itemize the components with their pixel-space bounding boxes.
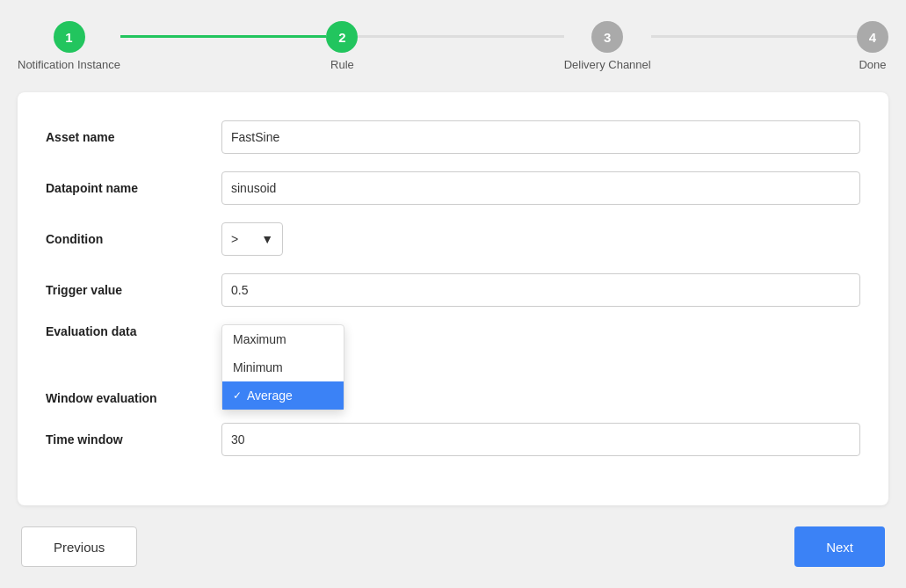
condition-row: Condition > ▼ [46, 222, 860, 256]
check-icon: ✓ [233, 389, 242, 402]
time-window-input[interactable] [221, 423, 860, 456]
asset-name-row: Asset name [46, 120, 860, 154]
evaluation-dropdown[interactable]: Maximum Minimum ✓ Average [221, 324, 344, 410]
datapoint-name-label: Datapoint name [46, 181, 221, 195]
step-3: 3 Delivery Channel [564, 21, 651, 71]
stepper: 1 Notification Instance 2 Rule 3 Deliver… [18, 21, 888, 71]
minimum-option: Minimum [233, 360, 283, 374]
previous-button[interactable]: Previous [21, 526, 137, 567]
condition-value: > [231, 232, 238, 246]
dropdown-item-minimum[interactable]: Minimum [222, 353, 344, 381]
average-option: Average [247, 388, 293, 403]
datapoint-name-input[interactable] [221, 171, 860, 205]
step-4-number: 4 [869, 30, 876, 45]
trigger-value-row: Trigger value [46, 273, 860, 307]
time-window-row: Time window [46, 423, 860, 456]
asset-name-label: Asset name [46, 130, 221, 144]
next-button[interactable]: Next [794, 526, 885, 567]
condition-label: Condition [46, 232, 221, 246]
step-3-number: 3 [604, 30, 611, 45]
dropdown-item-average[interactable]: ✓ Average [222, 381, 344, 410]
step-line-1 [120, 35, 326, 38]
step-4-circle: 4 [857, 21, 888, 53]
time-window-label: Time window [46, 432, 221, 446]
step-4: 4 Done [857, 21, 888, 71]
step-2: 2 Rule [326, 21, 358, 71]
step-3-circle: 3 [591, 21, 623, 53]
step-line-2 [358, 35, 563, 38]
form-card: Asset name Datapoint name Condition > ▼ … [18, 92, 888, 505]
trigger-value-input[interactable] [221, 273, 860, 307]
evaluation-data-row: Evaluation data Maximum Minimum ✓ Averag… [46, 324, 860, 338]
step-1-number: 1 [65, 30, 72, 45]
condition-select[interactable]: > ▼ [221, 222, 283, 256]
step-4-label: Done [859, 58, 886, 71]
footer: Previous Next [18, 526, 888, 567]
step-3-label: Delivery Channel [564, 58, 651, 71]
dropdown-item-maximum[interactable]: Maximum [222, 325, 344, 353]
step-1: 1 Notification Instance [18, 21, 120, 71]
trigger-value-label: Trigger value [46, 283, 221, 297]
step-2-circle: 2 [326, 21, 358, 53]
window-evaluation-row: Window evaluation [46, 391, 860, 405]
chevron-down-icon: ▼ [261, 232, 273, 246]
step-2-number: 2 [338, 30, 345, 45]
window-evaluation-label: Window evaluation [46, 391, 221, 405]
maximum-option: Maximum [233, 332, 286, 346]
asset-name-input[interactable] [221, 120, 860, 154]
datapoint-name-row: Datapoint name [46, 171, 860, 205]
step-line-3 [651, 35, 857, 38]
step-2-label: Rule [330, 58, 354, 71]
evaluation-data-label: Evaluation data [46, 324, 221, 338]
step-1-label: Notification Instance [18, 58, 120, 71]
step-1-circle: 1 [54, 21, 85, 53]
